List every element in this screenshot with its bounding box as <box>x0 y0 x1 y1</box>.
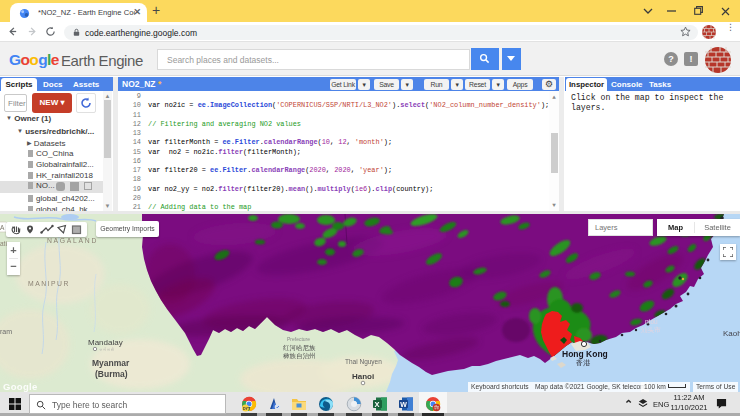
svg-text:Prefecture: Prefecture <box>287 336 310 342</box>
svg-text:DYT: DYT <box>243 407 251 411</box>
svg-text:Hanoi: Hanoi <box>352 372 374 381</box>
svg-text:香港: 香港 <box>576 359 591 367</box>
svg-text:红河哈尼族: 红河哈尼族 <box>283 344 316 352</box>
svg-text:ram: ram <box>0 328 12 335</box>
svg-text:NAGALAND: NAGALAND <box>47 237 98 244</box>
svg-text:Kaoh: Kaoh <box>723 329 740 338</box>
svg-text:(Burma): (Burma) <box>95 369 128 379</box>
svg-text:MANIPUR: MANIPUR <box>28 280 70 287</box>
svg-text:Google: Google <box>3 381 38 392</box>
svg-text:汕头市: 汕头市 <box>641 326 661 334</box>
svg-text:Myanmar: Myanmar <box>92 358 130 368</box>
svg-text:A: A <box>0 224 5 231</box>
svg-text:ati: ati <box>0 240 7 247</box>
svg-text:မက်တလိး: မက်တလိး <box>98 347 114 352</box>
svg-text:W: W <box>400 401 407 408</box>
svg-text:Mandalay: Mandalay <box>88 338 123 347</box>
svg-text:Hong Kong: Hong Kong <box>562 349 608 359</box>
svg-text:Thai Nguyen: Thai Nguyen <box>345 358 382 366</box>
svg-text:X: X <box>375 400 380 409</box>
svg-text:彝族自治州: 彝族自治州 <box>283 352 316 360</box>
svg-text:ntou: ntou <box>645 318 658 325</box>
